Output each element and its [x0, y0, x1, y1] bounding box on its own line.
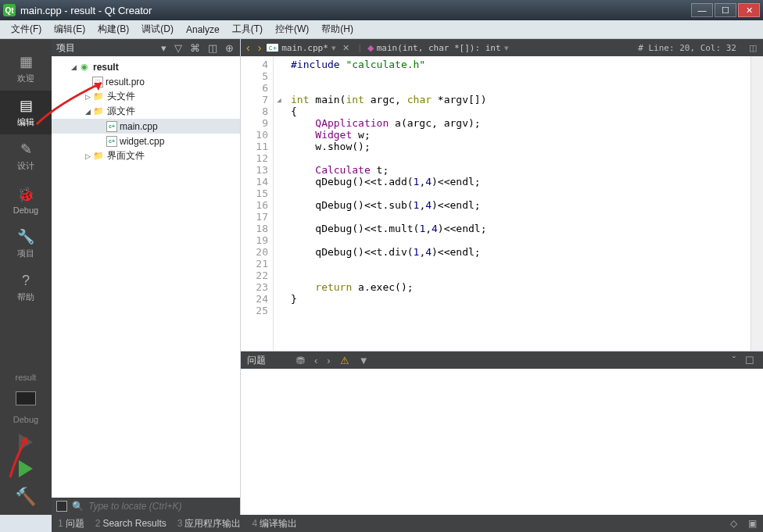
close-button[interactable]: ✕: [738, 3, 760, 17]
code-editor[interactable]: 45678910111213141516171819202122232425 ◢…: [241, 56, 763, 351]
issues-header: 问题 ⛃ ‹ › ⚠ ▼ ˇ ☐: [241, 352, 763, 369]
issues-title: 问题: [247, 354, 266, 367]
titlebar: Qt main.cpp - result - Qt Creator — ☐ ✕: [0, 0, 763, 20]
code-content[interactable]: #include "calculate.h"int main(int argc,…: [285, 56, 750, 351]
link-icon[interactable]: ⌘: [188, 42, 202, 54]
locate-bar: 🔍: [52, 498, 240, 515]
sources-label: 源文件: [107, 105, 135, 118]
panel-tab-compile-output[interactable]: 4编译输出: [252, 517, 297, 530]
nav-back-icon[interactable]: ‹: [244, 41, 253, 54]
issues-content: [241, 369, 763, 515]
filter-icon[interactable]: ▽: [173, 42, 184, 54]
main-cpp-label: main.cpp: [120, 121, 158, 132]
mode-project[interactable]: 🔧 项目: [0, 222, 52, 266]
panel-tab-issues[interactable]: 1问题: [58, 517, 84, 530]
menu-file[interactable]: 文件(F): [5, 20, 48, 38]
panel-tab-app-output[interactable]: 3应用程序输出: [177, 517, 242, 530]
output-pane-bar: 1问题 2Search Results 3应用程序输出 4编译输出 ◇ ▣: [52, 515, 763, 532]
menubar: 文件(F) 编辑(E) 构建(B) 调试(D) Analyze 工具(T) 控件…: [0, 20, 763, 39]
split-toggle-icon[interactable]: [56, 501, 67, 512]
mode-help-label: 帮助: [17, 291, 34, 303]
forms-label: 界面文件: [107, 149, 145, 162]
tree-forms[interactable]: ▷ 📁 界面文件: [52, 148, 240, 163]
next-issue-icon[interactable]: ›: [324, 355, 332, 366]
maximize-button[interactable]: ☐: [715, 3, 736, 17]
debug-run-button[interactable]: [19, 460, 33, 477]
expand-icon[interactable]: ◢: [83, 108, 92, 116]
mode-design[interactable]: ✎ 设计: [0, 134, 52, 178]
tree-root-label: result: [93, 62, 119, 73]
collapse-icon[interactable]: ˇ: [730, 355, 738, 366]
tree-headers[interactable]: ▷ 📁 头文件: [52, 89, 240, 104]
mode-help[interactable]: ? 帮助: [0, 266, 52, 309]
line-gutter[interactable]: 45678910111213141516171819202122232425: [241, 56, 274, 351]
cpp-badge-icon: c+: [267, 44, 278, 52]
tree-root[interactable]: ◢ ◉ result: [52, 59, 240, 74]
grid-icon: ▦: [17, 53, 34, 70]
folder-icon: 📁: [92, 91, 105, 102]
tree-widget-cpp[interactable]: c+ widget.cpp: [52, 134, 240, 148]
menu-tools[interactable]: 工具(T): [226, 20, 269, 38]
config-label: Debug: [13, 415, 38, 424]
menu-analyze[interactable]: Analyze: [180, 22, 226, 37]
cpp-file-icon: c+: [106, 121, 117, 132]
split-icon[interactable]: ◫: [206, 42, 219, 54]
target-selector[interactable]: [16, 391, 36, 405]
mode-edit[interactable]: ▤ 编辑: [0, 91, 52, 134]
function-signature[interactable]: main(int, char *[]): int: [377, 43, 501, 53]
filter-icon[interactable]: ⛃: [294, 355, 307, 366]
mode-debug-label: Debug: [13, 205, 38, 215]
menu-help[interactable]: 帮助(H): [315, 20, 360, 38]
split-editor-icon[interactable]: ◫: [746, 43, 760, 53]
close-output-icon[interactable]: ▣: [748, 518, 757, 529]
build-button[interactable]: 🔨: [15, 487, 36, 507]
locate-input[interactable]: [88, 501, 235, 512]
funnel-icon[interactable]: ▼: [356, 355, 371, 366]
editor-toolbar: ‹ › c+ main.cpp* ▾ ✕ | ◆ main(int, char …: [241, 39, 763, 56]
mode-welcome[interactable]: ▦ 欢迎: [0, 47, 52, 91]
nav-forward-icon[interactable]: ›: [256, 41, 264, 54]
expand-icon[interactable]: ▷: [83, 93, 92, 101]
warning-icon[interactable]: ⚠: [338, 355, 352, 366]
panel-tab-search[interactable]: 2Search Results: [95, 518, 167, 529]
output-toggle-icon[interactable]: ◇: [730, 518, 737, 529]
sync-icon[interactable]: ⊕: [224, 42, 235, 54]
tree-pro-file[interactable]: ⬚ result.pro: [52, 74, 240, 89]
project-panel-title: 项目: [56, 41, 155, 55]
menu-widgets[interactable]: 控件(W): [269, 20, 315, 38]
project-dropdown-icon[interactable]: ▾: [159, 42, 168, 54]
minimize-button[interactable]: —: [691, 3, 713, 17]
editor-area: ‹ › c+ main.cpp* ▾ ✕ | ◆ main(int, char …: [241, 39, 763, 515]
editor-filename: main.cpp*: [281, 43, 328, 53]
maximize-panel-icon[interactable]: ☐: [743, 355, 757, 366]
tree-sources[interactable]: ◢ 📁 源文件: [52, 104, 240, 119]
fold-marker-column[interactable]: ◢: [274, 56, 285, 351]
menu-edit[interactable]: 编辑(E): [48, 20, 91, 38]
tab-close-icon[interactable]: ✕: [339, 43, 353, 53]
project-panel: 项目 ▾ ▽ ⌘ ◫ ⊕ ◢ ◉ result ⬚ result.pro ▷ 📁…: [52, 39, 241, 515]
tree-main-cpp[interactable]: c+ main.cpp: [52, 119, 240, 134]
vertical-scrollbar[interactable]: [750, 56, 763, 351]
menu-debug[interactable]: 调试(D): [135, 20, 180, 38]
prev-issue-icon[interactable]: ‹: [312, 355, 320, 366]
cursor-status: # Line: 20, Col: 32: [638, 43, 743, 53]
widget-cpp-label: widget.cpp: [120, 136, 164, 147]
menu-build[interactable]: 构建(B): [91, 20, 135, 38]
folder-icon: 📁: [92, 106, 105, 117]
folder-icon: 📁: [92, 151, 105, 162]
expand-icon[interactable]: ◢: [69, 63, 78, 71]
mode-edit-label: 编辑: [17, 116, 34, 128]
pro-file-icon: ⬚: [92, 77, 103, 87]
search-icon: 🔍: [72, 501, 84, 512]
expand-icon[interactable]: ▷: [83, 152, 92, 160]
file-tab[interactable]: c+ main.cpp*: [267, 43, 328, 53]
mode-design-label: 设计: [17, 160, 34, 172]
cpp-file-icon: c+: [106, 136, 117, 147]
run-button[interactable]: [19, 434, 33, 451]
target-label: result: [16, 373, 37, 382]
wrench-icon: 🔧: [17, 228, 34, 245]
issues-panel: 问题 ⛃ ‹ › ⚠ ▼ ˇ ☐: [241, 351, 763, 515]
document-icon: ▤: [17, 97, 34, 114]
mode-debug[interactable]: 🐞 Debug: [0, 178, 52, 222]
mode-project-label: 项目: [17, 248, 34, 259]
